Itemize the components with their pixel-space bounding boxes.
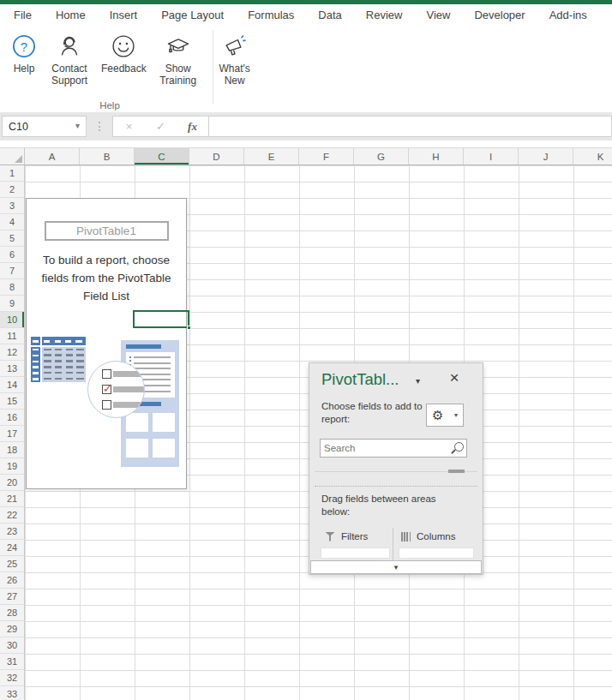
column-header[interactable]: D [189,148,244,165]
ribbon-tab[interactable]: File [2,4,44,27]
search-box [320,439,467,458]
row-header[interactable]: 24 [0,540,24,556]
name-box-dropdown-icon[interactable]: ▾ [75,121,80,130]
row-header[interactable]: 30 [0,637,24,654]
feedback-button[interactable]: Feedback [98,32,150,76]
feedback-button-label: Feedback [101,63,147,75]
row-header[interactable]: 29 [0,621,24,637]
gear-dropdown-caret-icon: ▾ [454,411,458,419]
row-header[interactable]: 7 [0,263,24,279]
row-header[interactable]: 2 [0,182,24,198]
pivot-table-placeholder[interactable]: PivotTable1 To build a report, choose fi… [26,198,187,489]
row-header[interactable]: 8 [0,279,24,296]
row-header[interactable]: 4 [0,214,24,230]
row-header[interactable]: 26 [0,572,24,589]
ribbon-tab[interactable]: Developer [462,4,537,27]
ribbon-tab[interactable]: Insert [98,4,150,27]
row-header[interactable]: 14 [0,377,24,393]
row-header[interactable]: 33 [0,686,24,700]
enter-icon[interactable]: ✓ [145,120,177,133]
row-header[interactable]: 19 [0,458,24,475]
search-input[interactable] [320,439,467,458]
row-header[interactable]: 31 [0,654,24,670]
pivottable-fields-pane: PivotTabl... ▾ × Choose fields to add to… [309,362,483,575]
row-header[interactable]: 18 [0,442,24,458]
formula-bar-input[interactable] [209,116,612,137]
pane-close-icon[interactable]: × [445,368,464,387]
row-header[interactable]: 32 [0,670,24,686]
show-training-button[interactable]: Show Training [150,32,207,88]
ribbon-tab[interactable]: Data [306,4,353,27]
ribbon-tab[interactable]: View [414,4,462,27]
row-header[interactable]: 21 [0,491,24,507]
row-header[interactable]: 15 [0,393,24,410]
pane-collapse-bar[interactable]: ▾ [310,560,482,574]
column-header[interactable]: H [409,148,464,165]
column-header[interactable]: E [244,148,299,165]
row-header[interactable]: 17 [0,426,24,442]
filters-drop-well[interactable] [321,547,390,559]
contact-support-button[interactable]: Contact Support [41,32,98,88]
column-headers: ABCDEFGHIJK [25,147,612,165]
column-header[interactable]: K [573,148,612,165]
red-check-icon: ✓ [103,382,112,395]
cancel-icon[interactable]: × [113,120,145,133]
contact-support-icon [57,33,82,59]
checkbox-unchecked-icon [102,400,111,410]
fill-handle[interactable] [187,326,191,330]
column-header[interactable]: B [80,148,135,165]
row-header[interactable]: 25 [0,556,24,572]
formula-bar-grip-dots[interactable] [87,122,112,131]
name-box[interactable]: C10 ▾ [2,116,87,137]
row-header[interactable]: 13 [0,361,24,377]
row-header[interactable]: 27 [0,589,24,605]
pane-options-caret-icon[interactable]: ▾ [416,376,420,386]
row-header[interactable]: 6 [0,247,24,263]
row-header[interactable]: 1 [0,165,24,182]
row-header[interactable]: 12 [0,344,24,361]
table-graphic-left-column [31,347,40,382]
row-header[interactable]: 28 [0,605,24,621]
checkbox-checked-icon: ✓ [102,385,111,394]
ribbon-tab[interactable]: Add-ins [537,4,599,27]
selected-cell-c10[interactable] [133,310,189,328]
whats-new-icon [222,33,248,59]
column-header[interactable]: C [135,148,189,165]
drag-hint-text: Drag fields between areas below: [321,493,459,518]
name-box-value: C10 [9,121,28,133]
row-headers: 1234567891011121314151617181920212223242… [0,165,25,700]
column-header[interactable]: A [25,148,80,165]
filters-area-label: Filters [325,531,368,541]
row-header[interactable]: 3 [0,198,24,214]
ribbon-tab[interactable]: Formulas [236,4,306,27]
columns-area-label: Columns [401,531,455,541]
search-icon[interactable] [452,442,464,454]
column-header[interactable]: G [354,148,409,165]
show-training-icon [165,33,191,59]
tools-button[interactable]: ⚙ ▾ [426,404,464,427]
column-header[interactable]: F [299,148,354,165]
row-header[interactable]: 22 [0,507,24,524]
pane-title: PivotTabl... [321,370,399,389]
ribbon-tab[interactable]: Home [44,4,98,27]
ribbon-tab[interactable]: Review [354,4,415,27]
row-header[interactable]: 16 [0,410,24,426]
insert-function-icon[interactable]: fx [177,120,208,134]
select-all-button[interactable] [0,147,25,165]
row-header[interactable]: 9 [0,296,24,312]
help-button[interactable]: ? Help [7,32,41,76]
data-table-graphic [31,337,86,382]
pane-splitter-grip[interactable] [448,470,465,473]
checkbox-row-bar [113,386,145,392]
row-header[interactable]: 11 [0,328,24,344]
row-header[interactable]: 10 [0,312,24,328]
ribbon-tab[interactable]: Page Layout [149,4,236,27]
columns-drop-well[interactable] [399,547,474,559]
column-header[interactable]: I [464,148,519,165]
row-header[interactable]: 20 [0,475,24,491]
column-header[interactable]: J [519,148,573,165]
row-header[interactable]: 5 [0,230,24,247]
row-header[interactable]: 23 [0,524,24,540]
whats-new-button[interactable]: What's New [207,32,263,88]
formula-bar-row: C10 ▾ × ✓ fx [0,112,612,141]
